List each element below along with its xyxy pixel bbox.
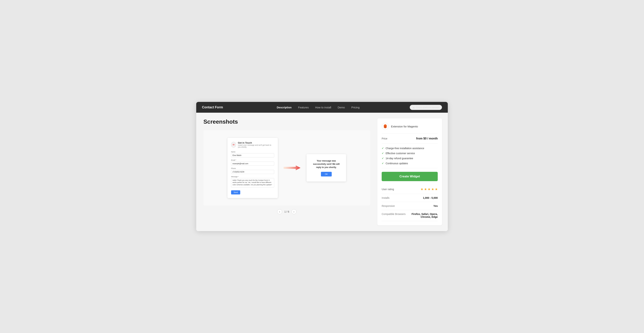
feature-label-1: Charge-free installation assistance — [386, 147, 424, 150]
form-subtitle: Leave your message and we'll get back to… — [238, 144, 274, 148]
feature-item-4: ✓ Continuous updates — [382, 162, 438, 165]
carousel-prev-button[interactable]: ‹ — [277, 209, 282, 214]
form-titles: Get in Touch Leave your message and we'l… — [238, 142, 274, 148]
star-1: ★ — [420, 187, 423, 191]
nav-bar: Contact Form Description Features How to… — [196, 102, 448, 113]
phone-input[interactable]: (715)552-9234 — [231, 170, 274, 174]
check-icon-3: ✓ — [382, 157, 384, 160]
installs-label: Installs — [382, 196, 390, 199]
envelope-icon: ✉ — [232, 143, 235, 146]
carousel-page-display: 1 / 6 — [284, 210, 289, 213]
nav-link-description[interactable]: Description — [277, 106, 292, 109]
rating-label: User rating — [382, 188, 394, 191]
compatible-browsers-row: Compatible Browsers Firefox, Safari, Ope… — [382, 210, 438, 221]
email-label: Email * — [231, 159, 274, 161]
responsive-value: Yes — [434, 204, 438, 208]
star-2: ★ — [424, 187, 427, 191]
nav-links: Description Features How to install Demo… — [234, 106, 402, 109]
right-sidebar: Extension for Magento Price from $0 / mo… — [377, 118, 442, 225]
feature-item-3: ✓ 14-day refund guarantee — [382, 157, 438, 160]
rating-row: User rating ★ ★ ★ ★ ★ — [382, 185, 438, 194]
form-icon: ✉ — [231, 142, 236, 148]
check-icon-4: ✓ — [382, 162, 384, 165]
email-field: Email * example@mail.com — [231, 159, 274, 166]
email-input[interactable]: example@mail.com — [231, 162, 274, 166]
cross-platform-button[interactable]: ☁ Cross-platform version — [410, 105, 442, 110]
success-mockup: Your message was successfully sent! We w… — [306, 154, 346, 182]
form-mockup: ✉ Get in Touch Leave your message and we… — [228, 138, 278, 198]
nav-link-how-to-install[interactable]: How to install — [315, 106, 331, 109]
create-widget-button[interactable]: Create Widget — [382, 172, 438, 181]
star-5: ★ — [435, 187, 438, 191]
nav-link-pricing[interactable]: Pricing — [351, 106, 360, 109]
feature-label-2: Effective customer service — [386, 152, 415, 155]
screenshots-title: Screenshots — [204, 118, 370, 125]
name-input[interactable]: Elva Walsh — [231, 153, 274, 158]
form-title: Get in Touch — [238, 142, 274, 144]
responsive-label: Responsive — [382, 204, 395, 208]
svg-marker-0 — [284, 165, 300, 170]
price-value: from $0 / month — [416, 137, 438, 140]
feature-label-4: Continuous updates — [386, 162, 408, 165]
check-icon-1: ✓ — [382, 147, 384, 150]
check-icon-2: ✓ — [382, 152, 384, 155]
message-field: Message * Hello! Thank you very much for… — [231, 176, 274, 188]
ok-button[interactable]: OK — [321, 172, 332, 176]
name-field: Name Elva Walsh — [231, 151, 274, 158]
send-button[interactable]: Send — [231, 190, 240, 194]
carousel-nav: ‹ 1 / 6 › — [204, 209, 370, 214]
left-section: Screenshots ✉ Get in Touch Leave your me… — [204, 118, 370, 225]
main-content: Screenshots ✉ Get in Touch Leave your me… — [196, 113, 448, 231]
message-label: Message * — [231, 176, 274, 178]
star-3: ★ — [428, 187, 430, 191]
success-message: Your message was successfully sent! We w… — [311, 159, 342, 169]
nav-link-features[interactable]: Features — [298, 106, 309, 109]
name-label: Name — [231, 151, 274, 153]
star-4: ★ — [431, 187, 434, 191]
compatible-browsers-label: Compatible Browsers — [382, 212, 406, 216]
magento-icon — [382, 123, 389, 130]
arrow-icon — [283, 164, 301, 172]
stats-rows: Installs 1,000 - 5,000 Responsive Yes Co… — [382, 194, 438, 221]
stars: ★ ★ ★ ★ ★ — [420, 187, 438, 191]
browser-window: Contact Form Description Features How to… — [196, 102, 448, 231]
feature-label-3: 14-day refund guarantee — [386, 157, 413, 160]
feature-item-2: ✓ Effective customer service — [382, 152, 438, 155]
nav-link-demo[interactable]: Demo — [338, 106, 345, 109]
phone-label: Phone — [231, 168, 274, 169]
installs-value: 1,000 - 5,000 — [423, 196, 438, 199]
nav-logo: Contact Form — [202, 106, 223, 109]
extension-name: Extension for Magento — [391, 125, 418, 128]
phone-field: Phone (715)552-9234 — [231, 168, 274, 174]
feature-item-1: ✓ Charge-free installation assistance — [382, 147, 438, 150]
form-header: ✉ Get in Touch Leave your message and we… — [231, 142, 274, 148]
message-textarea[interactable]: Hello! Thank you very much for the Conta… — [231, 178, 274, 188]
compatible-browsers-value: Firefox, Safari, Opera, Chrome, Edge — [409, 212, 438, 218]
responsive-row: Responsive Yes — [382, 202, 438, 210]
carousel-next-button[interactable]: › — [292, 209, 296, 214]
extension-header: Extension for Magento — [382, 123, 438, 134]
installs-row: Installs 1,000 - 5,000 — [382, 194, 438, 202]
screenshot-area: ✉ Get in Touch Leave your message and we… — [204, 130, 370, 206]
arrow-area — [282, 164, 303, 172]
price-label: Price — [382, 137, 388, 140]
price-row: Price from $0 / month — [382, 134, 438, 144]
features-list: ✓ Charge-free installation assistance ✓ … — [382, 144, 438, 168]
cloud-icon: ☁ — [412, 106, 415, 109]
